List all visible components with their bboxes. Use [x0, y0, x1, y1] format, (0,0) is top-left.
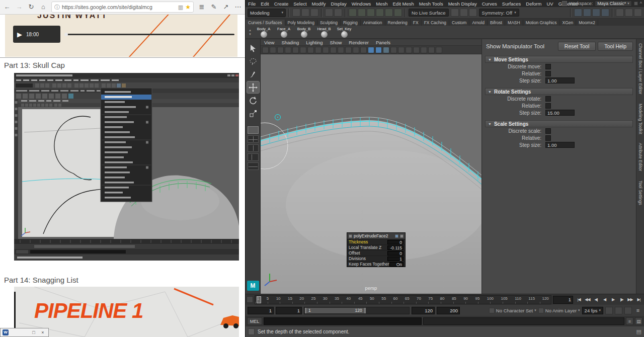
video-progress-bar[interactable]	[65, 34, 234, 35]
safe-action-icon[interactable]	[353, 47, 359, 53]
relative-checkbox[interactable]	[545, 135, 551, 141]
menu-item[interactable]: File	[246, 1, 258, 7]
shelf-button[interactable]: Face_A	[274, 27, 294, 38]
sidebar-tab[interactable]: Modeling Toolkit	[638, 104, 643, 134]
menu-item[interactable]: Mesh	[373, 1, 390, 7]
shelf-tab[interactable]: Custom	[449, 20, 469, 26]
attribute-value[interactable]: 0	[387, 251, 404, 256]
menu-item[interactable]: Edit Mesh	[390, 1, 417, 7]
annotate-icon[interactable]: ✎	[208, 1, 220, 13]
paint-effects-icon[interactable]	[616, 9, 624, 17]
panel-menu-item[interactable]: Shading	[278, 40, 302, 45]
panel-menu-item[interactable]: View	[261, 40, 278, 45]
panel-menu-item[interactable]: Show	[327, 40, 346, 45]
back-icon[interactable]: ←	[1, 1, 13, 13]
lock-icon[interactable]	[634, 2, 638, 6]
play-button[interactable]: ▶	[17, 31, 22, 38]
favorite-star-icon[interactable]: ★	[185, 4, 191, 11]
shelf-tab[interactable]: Motion Graphics	[523, 20, 560, 26]
step-size-field[interactable]: 15.00	[545, 110, 575, 116]
animation-start-field[interactable]: 1	[248, 307, 274, 314]
shelf-tab[interactable]: Rigging	[341, 20, 361, 26]
menu-item[interactable]: Mesh Tools	[417, 1, 446, 7]
playback-loop-icon[interactable]	[615, 307, 622, 314]
refresh-icon[interactable]: ↻	[25, 1, 37, 13]
page-info-icon[interactable]: ⓘ	[54, 4, 60, 11]
menu-item[interactable]: Modify	[309, 1, 329, 7]
shelf-button[interactable]: Body_A	[254, 27, 274, 38]
video-player[interactable]: JUSTIN WYATT ▶ 18:00	[5, 15, 237, 57]
gate-mask-icon[interactable]	[338, 47, 344, 53]
time-slider[interactable]: 1510152025303540455055606570758085909510…	[255, 295, 551, 304]
select-camera-icon[interactable]	[262, 47, 269, 53]
symmetry-dropdown[interactable]: Symmetry: Off ▾	[479, 9, 519, 17]
play-backwards-button[interactable]: ◀	[600, 295, 609, 304]
go-to-start-button[interactable]: |◀	[575, 295, 583, 304]
sidebar-tab[interactable]: Tool Settings	[638, 181, 643, 205]
attribute-value[interactable]: 1	[387, 257, 404, 261]
menu-item[interactable]: Display	[329, 1, 349, 7]
attribute-value[interactable]: -0.115	[387, 245, 404, 250]
close-icon[interactable]: ×	[39, 330, 46, 335]
step-forward-frame-button[interactable]: ▶▶	[626, 295, 634, 304]
go-to-end-button[interactable]: ▶|	[634, 295, 643, 304]
shelf-tab[interactable]: Sculpting	[317, 20, 341, 26]
panel-menu-item[interactable]: Renderer	[345, 40, 372, 45]
shelf-tab[interactable]: FX	[411, 20, 422, 26]
viewport-canvas[interactable]: polyExtrudeFace2 Thickness 0	[261, 54, 481, 294]
attribute-value[interactable]: On	[389, 262, 404, 267]
node-editor-icon[interactable]	[634, 9, 642, 17]
lasso-tool-icon[interactable]	[247, 55, 259, 67]
output-connections-icon[interactable]	[460, 9, 468, 17]
play-forwards-button[interactable]: ▶	[609, 295, 617, 304]
in-view-editor-titlebar[interactable]: polyExtrudeFace2	[347, 233, 405, 239]
share-icon[interactable]: ↗	[220, 1, 232, 13]
script-editor-icon[interactable]: ≡	[626, 317, 633, 325]
pin-icon[interactable]	[395, 234, 398, 238]
section-header[interactable]: ▼ Rotate Settings	[485, 88, 633, 95]
render-current-frame-icon[interactable]	[583, 9, 591, 17]
scale-tool-icon[interactable]	[247, 108, 259, 119]
attribute-label[interactable]: Keep Faces Together	[349, 262, 389, 267]
layout-single-pane-button[interactable]	[248, 126, 259, 134]
camera-attributes-icon[interactable]	[277, 47, 284, 53]
reset-tool-button[interactable]: Reset Tool	[558, 42, 596, 51]
minimized-window-bar[interactable]: W □ ×	[0, 328, 49, 337]
attribute-label[interactable]: Offset	[349, 250, 387, 256]
use-all-lights-icon[interactable]	[390, 47, 397, 53]
range-slider[interactable]: 1 120	[304, 307, 410, 314]
grid-icon[interactable]	[315, 47, 321, 53]
layout-two-pane-side-button[interactable]	[248, 144, 259, 152]
grease-pencil-icon[interactable]	[307, 47, 314, 53]
panel-menu-item[interactable]: Panels	[372, 40, 394, 45]
textured-icon[interactable]	[383, 47, 389, 53]
current-time-marker[interactable]	[257, 296, 261, 303]
lock-camera-icon[interactable]	[270, 47, 276, 53]
safe-title-icon[interactable]	[360, 47, 367, 53]
input-connections-icon[interactable]	[451, 9, 459, 17]
layout-two-pane-stacked-button[interactable]	[248, 162, 259, 170]
open-render-view-icon[interactable]	[574, 9, 582, 17]
attribute-label[interactable]: Local Translate Z	[349, 245, 387, 250]
shelf-tab[interactable]: Poly Modeling	[285, 20, 317, 26]
ipr-render-icon[interactable]	[592, 9, 600, 17]
attribute-label[interactable]: Thickness	[349, 239, 387, 244]
attribute-value[interactable]: 0	[387, 240, 404, 244]
maximize-icon[interactable]: □	[30, 330, 37, 335]
menu-item[interactable]: Mesh Display	[446, 1, 479, 7]
image-plane-icon[interactable]	[292, 47, 299, 53]
menu-item[interactable]: Surfaces	[500, 1, 524, 7]
step-back-frame-button[interactable]: ◀◀	[583, 295, 592, 304]
two-d-pan-zoom-icon[interactable]	[300, 47, 306, 53]
playback-end-field[interactable]: 120	[412, 307, 435, 314]
construction-history-icon[interactable]	[469, 9, 477, 17]
workspace-dropdown[interactable]: Maya Classic* ▾	[595, 1, 632, 7]
mel-toggle[interactable]: MEL	[247, 317, 262, 325]
shelf-tab[interactable]: XGen	[560, 20, 577, 26]
snap-to-grid-icon[interactable]	[349, 9, 357, 17]
shelf-tab[interactable]: Bifrost	[488, 20, 505, 26]
make-live-icon[interactable]	[394, 9, 402, 17]
move-tool-icon[interactable]	[247, 81, 259, 93]
in-view-editor[interactable]: polyExtrudeFace2 Thickness 0	[347, 232, 406, 267]
undo-icon[interactable]	[325, 9, 333, 17]
